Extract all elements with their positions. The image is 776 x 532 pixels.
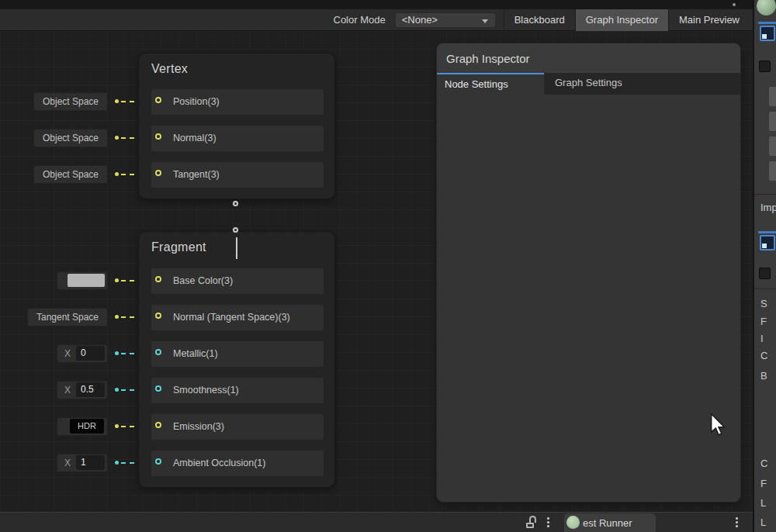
inspector-checkbox[interactable]: [759, 268, 771, 279]
float-port-icon[interactable]: [155, 458, 161, 465]
main-preview-button[interactable]: Main Preview: [668, 9, 750, 31]
clipped-property-label: L: [760, 497, 766, 509]
vertex-block-title: Vertex: [151, 62, 188, 76]
port-row-tangent[interactable]: Tangent(3): [151, 162, 324, 188]
vertex-fragment-edge[interactable]: [236, 237, 237, 259]
port-connector-dash-icon: [121, 389, 134, 391]
port-row-emission[interactable]: Emission(3): [151, 414, 324, 440]
float-input[interactable]: 0: [76, 346, 105, 361]
port-row-base-color[interactable]: Base Color(3): [151, 268, 324, 294]
test-runner-tab[interactable]: est Runner: [564, 513, 656, 532]
window-top-strip: [0, 0, 753, 9]
graph-inspector-button[interactable]: Graph Inspector: [575, 9, 668, 31]
shader-graph-asset-icon: [760, 231, 776, 253]
float-field[interactable]: X 0: [57, 344, 108, 363]
widget-ambient-occlusion-value: X 1: [57, 454, 134, 472]
vector3-port-icon[interactable]: [155, 276, 161, 282]
vertex-context-block[interactable]: Vertex Position(3) Normal(3) Tangent(3): [138, 53, 335, 199]
hdr-color-field[interactable]: HDR: [57, 417, 108, 436]
inspector-button-fragment[interactable]: [769, 136, 776, 156]
object-space-dropdown[interactable]: Object Space: [33, 92, 108, 111]
port-label: Ambient Occlusion(1): [173, 451, 266, 476]
port-label: Normal(3): [173, 126, 217, 151]
test-runner-label: est Runner: [583, 513, 632, 532]
vector3-port-icon[interactable]: [155, 97, 161, 103]
inspector-tabbar: Node Settings Graph Settings: [437, 73, 740, 95]
widget-label: Object Space: [43, 96, 99, 107]
port-row-position[interactable]: Position(3): [151, 89, 324, 115]
color-swatch[interactable]: [68, 274, 105, 287]
icon-square: [760, 235, 775, 250]
port-row-normal-ts[interactable]: Normal (Tangent Space)(3): [151, 305, 324, 330]
tangent-space-dropdown[interactable]: Tangent Space: [27, 308, 108, 326]
port-label: Emission(3): [173, 414, 224, 440]
color-swatch-field[interactable]: [57, 271, 108, 290]
vector3-port-icon[interactable]: [155, 422, 161, 428]
inspector-checkbox[interactable]: [759, 60, 771, 72]
port-row-smoothness[interactable]: Smoothness(1): [151, 378, 324, 403]
shader-graph-asset-icon: [760, 22, 776, 43]
color-mode-label: Color Mode: [334, 14, 386, 26]
unlocked-padlock-icon[interactable]: [526, 516, 537, 529]
x-axis-label: X: [64, 458, 71, 468]
float-input[interactable]: 0.5: [76, 382, 105, 397]
clipped-property-label: C: [760, 458, 767, 469]
port-label: Position(3): [173, 89, 220, 115]
edge-endpoint-icon[interactable]: [233, 227, 238, 233]
float-port-icon[interactable]: [155, 385, 161, 392]
clipped-property-label: C: [760, 350, 767, 361]
float-input[interactable]: 1: [76, 455, 105, 470]
port-connector-dot-icon: [115, 136, 119, 140]
widget-base-color: [57, 271, 134, 290]
divider: [754, 288, 776, 289]
inspector-button-fragment[interactable]: [769, 87, 776, 106]
widget-label: Tangent Space: [36, 312, 99, 323]
object-space-dropdown[interactable]: Object Space: [33, 129, 108, 147]
hdr-chip[interactable]: HDR: [70, 419, 104, 434]
port-connector-dash-icon: [121, 280, 134, 282]
x-axis-label: X: [64, 348, 71, 359]
kebab-menu-icon[interactable]: [547, 517, 549, 527]
tab-overflow-dot-icon: [733, 3, 736, 6]
float-field[interactable]: X 1: [57, 454, 108, 472]
blackboard-button[interactable]: Blackboard: [504, 9, 575, 31]
vector3-port-icon[interactable]: [155, 170, 161, 176]
port-connector-dot-icon: [115, 461, 119, 465]
port-row-ambient-occlusion[interactable]: Ambient Occlusion(1): [151, 451, 324, 476]
tab-node-settings[interactable]: Node Settings: [437, 73, 544, 95]
clipped-corner-label: L: [760, 516, 766, 528]
clipped-property-label: F: [760, 316, 767, 327]
material-sphere-icon: [757, 0, 776, 16]
port-row-metallic[interactable]: Metallic(1): [151, 341, 324, 367]
icon-bar: [758, 231, 776, 233]
vector3-port-icon[interactable]: [155, 313, 161, 319]
x-axis-label: X: [64, 385, 71, 396]
inspector-button-fragment[interactable]: [769, 112, 776, 131]
inspector-body: [437, 95, 740, 503]
vector3-port-icon[interactable]: [155, 133, 161, 140]
port-connector-dash-icon: [121, 462, 134, 464]
port-label: Normal (Tangent Space)(3): [173, 305, 290, 330]
kebab-menu-icon[interactable]: [736, 517, 738, 527]
port-connector-dash-icon: [121, 316, 134, 318]
float-field[interactable]: X 0.5: [57, 381, 108, 399]
port-row-normal[interactable]: Normal(3): [151, 126, 324, 151]
float-port-icon[interactable]: [155, 349, 161, 355]
port-connector-dot-icon: [115, 278, 119, 282]
port-label: Tangent(3): [173, 162, 220, 188]
edge-endpoint-icon[interactable]: [233, 201, 238, 206]
clipped-property-label: I: [760, 333, 764, 344]
object-space-dropdown[interactable]: Object Space: [33, 165, 108, 184]
fragment-context-block[interactable]: Fragment Base Color(3) Normal (Tangent S…: [138, 231, 335, 488]
clipped-property-label: F: [760, 478, 767, 489]
color-mode-dropdown[interactable]: <None>: [395, 12, 496, 28]
clipped-property-label: B: [760, 370, 767, 382]
inspector-button-fragment[interactable]: [769, 161, 776, 181]
port-connector-dash-icon: [121, 101, 134, 102]
graph-inspector-header[interactable]: Graph Inspector: [437, 43, 740, 73]
widget-smoothness-value: X 0.5: [57, 381, 134, 399]
port-connector-dot-icon: [115, 172, 119, 176]
port-connector-dot-icon: [115, 99, 119, 103]
clipped-property-label: S: [760, 298, 767, 309]
tab-graph-settings[interactable]: Graph Settings: [544, 73, 633, 95]
